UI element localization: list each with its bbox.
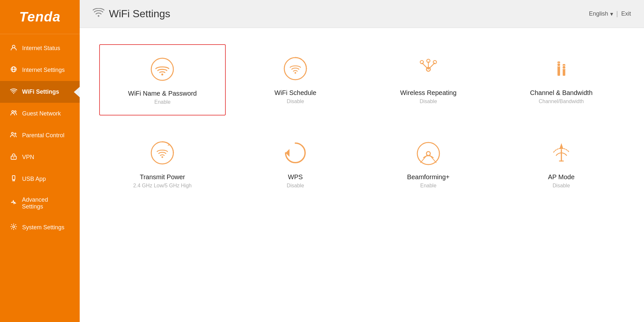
grid-item-wifi-schedule[interactable]: WiFi Schedule Disable (232, 44, 359, 115)
wireless-repeating-icon (414, 54, 443, 83)
sidebar-item-wifi-settings[interactable]: WiFi Settings (0, 81, 80, 103)
sidebar-label-usb-app: USB App (22, 176, 46, 182)
svg-point-8 (15, 133, 16, 134)
vpn-icon (10, 153, 18, 162)
sidebar-label-advanced-settings: Advanced Settings (22, 196, 70, 210)
beamforming-sub: Enable (420, 183, 436, 189)
grid-item-ap-mode[interactable]: AP Mode Disable (498, 128, 624, 198)
sidebar-label-internet-status: Internet Status (22, 45, 60, 52)
wifi-header-icon (93, 8, 104, 20)
grid-item-wps[interactable]: WPS Disable (232, 128, 359, 198)
language-label: English (589, 10, 608, 17)
wps-sub: Disable (287, 183, 304, 189)
exit-button[interactable]: Exit (621, 10, 631, 17)
advanced-settings-icon (10, 199, 18, 208)
settings-grid: WiFi Name & Password Enable WiFi Schedul… (99, 44, 624, 198)
logo: Tenda (0, 0, 80, 34)
wifi-name-password-sub: Enable (154, 99, 170, 105)
transmit-power-sub: 2.4 GHz Low/5 GHz High (133, 183, 192, 189)
page-title: WiFi Settings (109, 8, 170, 20)
svg-point-0 (12, 45, 15, 48)
svg-point-34 (426, 152, 430, 155)
wifi-name-password-icon (148, 55, 177, 84)
beamforming-icon (414, 138, 443, 168)
svg-point-7 (11, 132, 13, 134)
sidebar-item-guest-network[interactable]: Guest Network (0, 103, 80, 125)
sidebar-label-guest-network: Guest Network (22, 110, 61, 117)
svg-point-28 (557, 63, 560, 66)
channel-bandwidth-sub: Channel/Bandwidth (539, 99, 584, 104)
sidebar-item-usb-app[interactable]: USB App (0, 168, 80, 190)
svg-point-16 (161, 74, 163, 75)
sidebar: Tenda Internet Status Internet Settings (0, 0, 80, 322)
ap-mode-icon (547, 138, 576, 168)
wifi-settings-icon (10, 87, 18, 96)
internet-status-icon (10, 44, 18, 53)
wifi-schedule-sub: Disable (287, 99, 304, 104)
grid-item-wifi-name-password[interactable]: WiFi Name & Password Enable (99, 44, 226, 115)
grid-item-beamforming[interactable]: Beamforming+ Enable (365, 128, 492, 198)
sidebar-item-vpn[interactable]: VPN (0, 146, 80, 168)
wifi-schedule-icon (281, 54, 310, 83)
wifi-name-password-title: WiFi Name & Password (128, 90, 197, 97)
brand-name: Tenda (19, 9, 60, 25)
grid-item-wireless-repeating[interactable]: Wireless Repeating Disable (365, 44, 492, 115)
guest-network-icon (10, 109, 18, 118)
wps-title: WPS (288, 173, 303, 181)
page-header: WiFi Settings English ▾ | Exit (80, 0, 644, 28)
svg-point-6 (15, 111, 16, 113)
ap-mode-title: AP Mode (548, 173, 575, 181)
internet-settings-icon (10, 66, 18, 74)
sidebar-item-system-settings[interactable]: System Settings (0, 217, 80, 238)
sidebar-item-parental-control[interactable]: Parental Control (0, 125, 80, 146)
sidebar-label-vpn: VPN (22, 154, 34, 161)
channel-bandwidth-icon (547, 54, 576, 83)
header-divider: | (616, 10, 618, 18)
beamforming-title: Beamforming+ (407, 173, 450, 181)
svg-point-14 (98, 15, 100, 17)
header-right-controls: English ▾ | Exit (589, 10, 631, 18)
main-content: WiFi Settings English ▾ | Exit (80, 0, 644, 322)
transmit-power-title: Transmit Power (140, 173, 185, 181)
grid-item-channel-bandwidth[interactable]: Channel & Bandwidth Channel/Bandwidth (498, 44, 624, 115)
wifi-schedule-title: WiFi Schedule (275, 89, 316, 97)
wps-icon (281, 138, 310, 168)
ap-mode-sub: Disable (553, 183, 570, 189)
svg-rect-11 (12, 176, 15, 180)
wireless-repeating-sub: Disable (420, 99, 437, 104)
sidebar-item-advanced-settings[interactable]: Advanced Settings (0, 190, 80, 217)
transmit-power-icon (148, 138, 177, 168)
parental-control-icon (10, 131, 18, 140)
svg-point-18 (295, 72, 296, 74)
system-settings-icon (10, 223, 18, 232)
usb-app-icon (10, 175, 18, 183)
svg-point-4 (13, 93, 14, 94)
grid-item-transmit-power[interactable]: Transmit Power 2.4 GHz Low/5 GHz High (99, 128, 226, 198)
page-title-group: WiFi Settings (93, 8, 170, 20)
sidebar-item-internet-status[interactable]: Internet Status (0, 37, 80, 59)
chevron-down-icon: ▾ (610, 10, 613, 18)
svg-point-5 (12, 111, 14, 113)
svg-point-29 (562, 66, 566, 69)
wifi-settings-content: WiFi Name & Password Enable WiFi Schedul… (80, 28, 644, 322)
sidebar-item-internet-settings[interactable]: Internet Settings (0, 59, 80, 81)
svg-point-31 (162, 156, 163, 158)
svg-point-10 (13, 157, 14, 158)
svg-point-13 (13, 226, 15, 228)
sidebar-label-system-settings: System Settings (22, 224, 64, 231)
wireless-repeating-title: Wireless Repeating (400, 89, 456, 97)
channel-bandwidth-title: Channel & Bandwidth (530, 89, 592, 97)
sidebar-label-internet-settings: Internet Settings (22, 67, 65, 74)
sidebar-label-wifi-settings: WiFi Settings (22, 88, 59, 95)
language-selector[interactable]: English ▾ (589, 10, 613, 18)
sidebar-label-parental-control: Parental Control (22, 132, 64, 139)
